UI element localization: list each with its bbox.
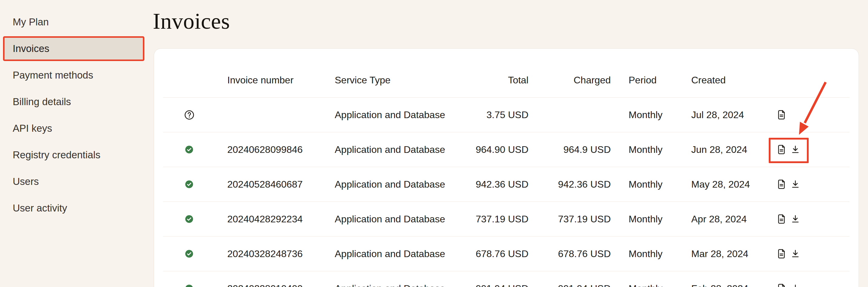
view-invoice-document-icon[interactable] — [777, 283, 786, 287]
service-type-cell: Application and Database — [321, 109, 475, 120]
total-cell: 991.94 USD — [475, 283, 531, 287]
download-invoice-icon[interactable] — [790, 179, 800, 189]
total-cell: 678.76 USD — [475, 248, 531, 259]
sidebar-item-payment-methods[interactable]: Payment methods — [0, 62, 153, 88]
invoices-table-body: Application and Database 3.75 USD Monthl… — [163, 98, 849, 287]
download-invoice-icon[interactable] — [790, 284, 800, 287]
period-cell: Monthly — [613, 179, 677, 190]
view-invoice-document-icon[interactable] — [777, 248, 786, 259]
charged-cell: 964.9 USD — [531, 144, 613, 155]
sidebar-item-registry-credentials[interactable]: Registry credentials — [0, 142, 153, 168]
invoice-table-row: Application and Database 3.75 USD Monthl… — [163, 98, 849, 132]
invoice-table-row: 20240528460687 Application and Database … — [163, 167, 849, 202]
billing-sidebar: My Plan Invoices Payment methods Billing… — [0, 0, 153, 287]
total-cell: 942.36 USD — [475, 179, 531, 190]
page-title: Invoices — [153, 8, 230, 34]
created-cell: Jul 28, 2024 — [677, 109, 765, 120]
column-header-charged: Charged — [531, 75, 613, 86]
column-header-period: Period — [613, 75, 677, 86]
total-cell: 737.19 USD — [475, 214, 531, 225]
created-cell: Apr 28, 2024 — [677, 214, 765, 225]
download-invoice-icon[interactable] — [790, 249, 800, 259]
column-header-total: Total — [475, 75, 531, 86]
invoice-number-cell: 20240628099846 — [215, 144, 321, 155]
service-type-cell: Application and Database — [321, 214, 475, 225]
status-paid-check-icon — [185, 215, 193, 223]
download-invoice-icon[interactable] — [790, 214, 800, 224]
status-paid-check-icon — [185, 250, 193, 258]
period-cell: Monthly — [613, 144, 677, 155]
sidebar-item-api-keys[interactable]: API keys — [0, 115, 153, 142]
sidebar-item-invoices[interactable]: Invoices — [3, 36, 144, 61]
period-cell: Monthly — [613, 283, 677, 287]
sidebar-item-user-activity[interactable]: User activity — [0, 195, 153, 221]
total-cell: 964.90 USD — [475, 144, 531, 155]
service-type-cell: Application and Database — [321, 179, 475, 190]
created-cell: Feb 28, 2024 — [677, 283, 765, 287]
view-invoice-document-icon[interactable] — [777, 144, 786, 155]
charged-cell: 678.76 USD — [531, 248, 613, 259]
charged-cell: 737.19 USD — [531, 214, 613, 225]
invoice-table-row: 20240628099846 Application and Database … — [163, 132, 849, 167]
column-header-invoice-number: Invoice number — [215, 75, 321, 86]
column-header-created: Created — [677, 75, 765, 86]
service-type-cell: Application and Database — [321, 248, 475, 259]
invoice-table-row: 20240328248736 Application and Database … — [163, 237, 849, 271]
view-invoice-document-icon[interactable] — [777, 214, 786, 224]
invoice-number-cell: 20240228010400 — [215, 283, 321, 287]
charged-cell: 942.36 USD — [531, 179, 613, 190]
sidebar-item-billing-details[interactable]: Billing details — [0, 88, 153, 115]
created-cell: Jun 28, 2024 — [677, 144, 765, 155]
period-cell: Monthly — [613, 214, 677, 225]
invoice-number-cell: 20240328248736 — [215, 248, 321, 259]
charged-cell: 991.94 USD — [531, 283, 613, 287]
sidebar-nav: My Plan Invoices Payment methods Billing… — [0, 9, 153, 221]
invoice-table-row: 20240428292234 Application and Database … — [163, 202, 849, 237]
invoice-table-row: 20240228010400 Application and Database … — [163, 271, 849, 287]
period-cell: Monthly — [613, 109, 677, 120]
column-header-service-type: Service Type — [321, 75, 475, 86]
download-invoice-icon[interactable] — [790, 145, 800, 154]
service-type-cell: Application and Database — [321, 144, 475, 155]
sidebar-item-users[interactable]: Users — [0, 168, 153, 195]
status-paid-check-icon — [185, 284, 193, 287]
invoices-table-header: Invoice number Service Type Total Charge… — [163, 49, 849, 98]
invoice-number-cell: 20240428292234 — [215, 214, 321, 225]
status-paid-check-icon — [185, 180, 193, 188]
status-paid-check-icon — [185, 145, 193, 154]
total-cell: 3.75 USD — [475, 109, 531, 120]
view-invoice-document-icon[interactable] — [777, 109, 786, 120]
status-pending-help-icon[interactable] — [184, 110, 194, 120]
invoices-card: Invoice number Service Type Total Charge… — [154, 48, 859, 287]
service-type-cell: Application and Database — [321, 283, 475, 287]
created-cell: Mar 28, 2024 — [677, 248, 765, 259]
period-cell: Monthly — [613, 248, 677, 259]
created-cell: May 28, 2024 — [677, 179, 765, 190]
invoice-number-cell: 20240528460687 — [215, 179, 321, 190]
sidebar-item-my-plan[interactable]: My Plan — [0, 9, 153, 35]
view-invoice-document-icon[interactable] — [777, 179, 786, 190]
